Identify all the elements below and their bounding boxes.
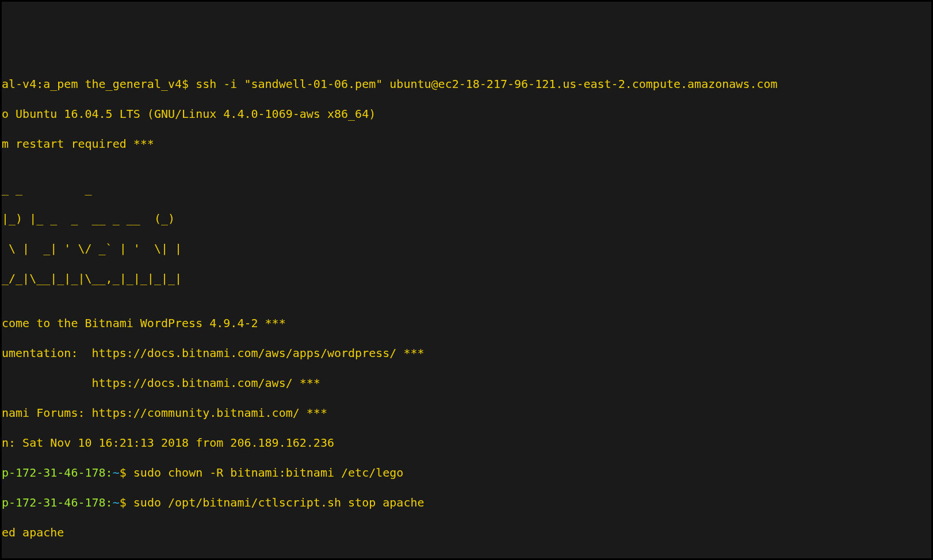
terminal-line: umentation: https://docs.bitnami.com/aws… (2, 346, 931, 360)
terminal-window[interactable]: al-v4:a_pem the_general_v4$ ssh -i "sand… (2, 62, 931, 560)
prompt-line[interactable]: p-172-31-46-178:~$ sudo /opt/bitnami/ctl… (2, 495, 931, 510)
prompt-symbol: $ (120, 466, 133, 480)
prompt-path: ~ (113, 466, 120, 480)
terminal-line: come to the Bitnami WordPress 4.9.4-2 **… (2, 316, 931, 331)
prompt-line[interactable]: p-172-31-46-178:~$ sudo chown -R bitnami… (2, 465, 931, 480)
prompt-path: ~ (113, 496, 120, 509)
prompt-symbol: $ (120, 496, 133, 509)
prompt-host: p-172-31-46-178: (2, 466, 113, 480)
terminal-line: nami Forums: https://community.bitnami.c… (2, 405, 931, 420)
command-text: sudo chown -R bitnami:bitnami /etc/lego (133, 466, 404, 480)
prompt-host: p-172-31-46-178: (2, 496, 113, 509)
ascii-art: _/_|\__|_|_|\__,_|_|_|_|_| (2, 271, 931, 286)
terminal-line: m restart required *** (2, 136, 931, 151)
ascii-art: |_) |_ _ _ __ _ __ (_) (2, 211, 931, 226)
ascii-art: \ | _| ' \/ _` | ' \| | (2, 241, 931, 256)
ascii-art: _ _ _ (2, 181, 931, 196)
terminal-line: ed apache (2, 525, 931, 540)
terminal-line: n: Sat Nov 10 16:21:13 2018 from 206.189… (2, 435, 931, 450)
terminal-line: https://docs.bitnami.com/aws/ *** (2, 375, 931, 390)
terminal-line: o Ubuntu 16.04.5 LTS (GNU/Linux 4.4.0-10… (2, 106, 931, 121)
terminal-line: al-v4:a_pem the_general_v4$ ssh -i "sand… (2, 76, 931, 91)
command-text: sudo /opt/bitnami/ctlscript.sh stop apac… (133, 496, 425, 509)
